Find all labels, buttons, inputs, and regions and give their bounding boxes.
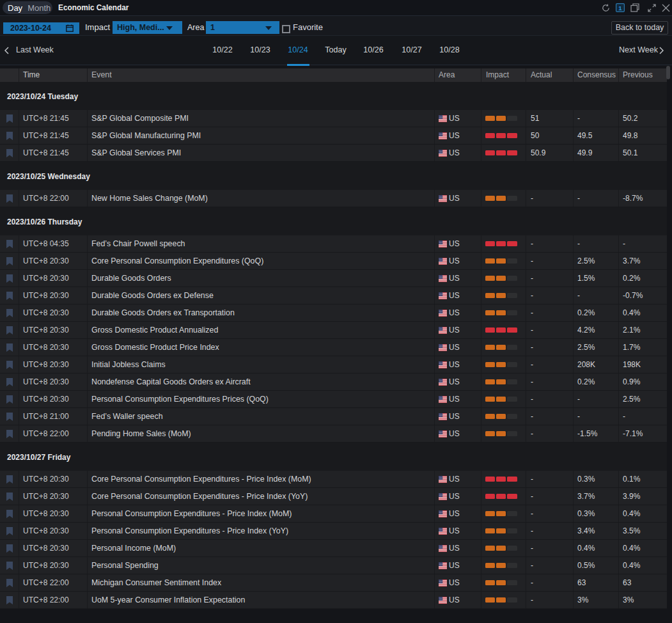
svg-text:1: 1 [618,4,622,12]
